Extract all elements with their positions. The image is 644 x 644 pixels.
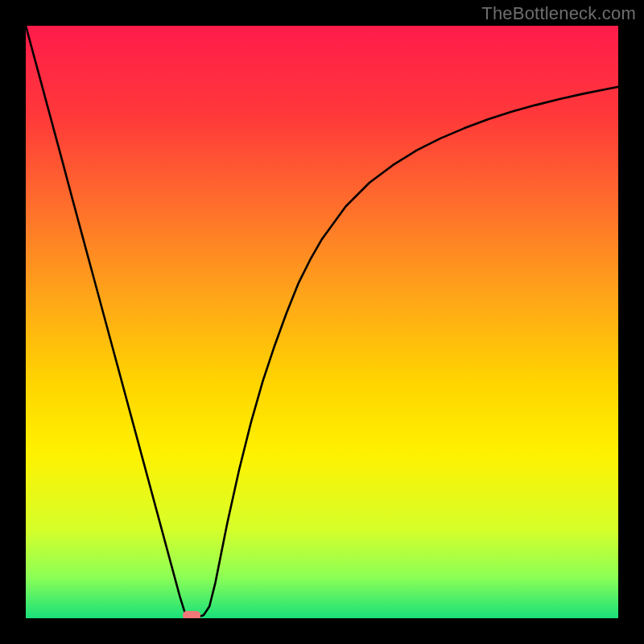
bottleneck-chart — [26, 26, 618, 618]
chart-frame — [26, 26, 618, 618]
sweet-spot-marker — [183, 611, 200, 618]
gradient-background — [26, 26, 618, 618]
watermark-text: TheBottleneck.com — [481, 3, 636, 24]
